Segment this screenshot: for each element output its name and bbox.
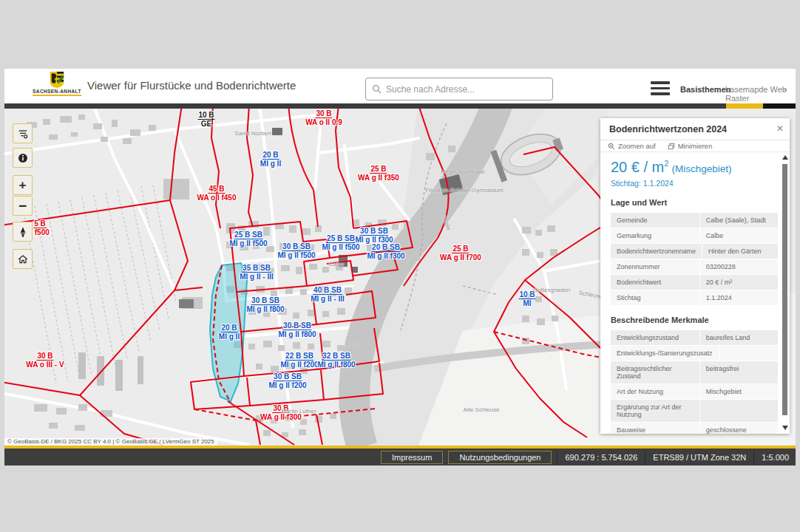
- attribute-name: Entwicklungszustand: [611, 330, 699, 345]
- minimize-action[interactable]: Minimieren: [668, 142, 712, 150]
- table-row: Zonennummer03200228: [611, 259, 778, 274]
- panel-scrollbar[interactable]: [782, 155, 788, 430]
- place-label: Gottesgnaden: [533, 287, 570, 293]
- page-title: Viewer für Flurstücke und Bodenrichtwert…: [87, 79, 296, 92]
- attribute-value: [719, 346, 778, 361]
- zone-label: 30 B SBMI g II f800: [246, 296, 284, 313]
- attribute-value: Hinter den Gärten: [702, 244, 778, 259]
- attribute-name: Bodenrichtwert: [611, 275, 699, 290]
- table-row: Entwicklungs-/Sanierungszusatz: [611, 346, 778, 361]
- attribute-value: beitragsfrei: [700, 361, 778, 383]
- attribute-name: Bauweise: [611, 423, 699, 434]
- attribute-table: GemeindeCalbe (Saale), StadtGemarkungCal…: [611, 213, 778, 305]
- home-button[interactable]: [13, 249, 33, 269]
- attribute-value: 1.1.2024: [700, 290, 778, 305]
- zoom-in-button[interactable]: +: [13, 175, 33, 195]
- zone-label: 35 B SBMI g II - III: [240, 264, 274, 281]
- attribute-name: Stichtag: [611, 290, 699, 305]
- zoom-to-label: Zoomen auf: [618, 142, 656, 150]
- info-button[interactable]: [13, 148, 33, 168]
- panel-title: Bodenrichtwertzonen 2024: [600, 118, 790, 140]
- address-search[interactable]: [365, 78, 553, 100]
- table-row: Entwicklungszustandbaureifes Land: [611, 330, 778, 345]
- compass-button[interactable]: [13, 222, 33, 242]
- zone-label: 22 B SBMI g II f200: [280, 352, 318, 369]
- table-row: Bauweisegeschlossene Bauweise: [611, 423, 778, 434]
- sachsen-anhalt-logo: SACHSEN-ANHALT: [33, 72, 81, 96]
- search-input[interactable]: [386, 84, 546, 95]
- zone-label: 25 B SBMI g II f500: [322, 234, 359, 251]
- attribute-value: Calbe: [700, 228, 778, 243]
- place-label: Hegel-Sporthalle: [441, 168, 485, 175]
- scrollbar-thumb[interactable]: [782, 164, 787, 415]
- zoom-to-icon: [608, 143, 615, 150]
- layers-button[interactable]: [13, 123, 33, 143]
- menu-button[interactable]: [651, 81, 670, 98]
- cursor-coordinates: 690.279 : 5.754.026: [557, 451, 645, 464]
- logo-caption: SACHSEN-ANHALT: [33, 89, 81, 94]
- zone-label: 25 BWA g II f700: [440, 245, 481, 262]
- zone-label: 20 BMI g II: [260, 151, 281, 168]
- table-row: BodenrichtwertzonennameHinter den Gärten: [611, 244, 778, 259]
- logo-underline: [33, 95, 81, 96]
- home-icon: [17, 253, 29, 265]
- terms-button[interactable]: Nutzungsbedingungen: [448, 451, 552, 464]
- zone-label: 30 BWA o III - V: [26, 352, 64, 369]
- table-row: GemeindeCalbe (Saale), Stadt: [611, 213, 778, 228]
- crs-indicator: ETRS89 / UTM Zone 32N: [645, 451, 753, 464]
- zone-label: 5 BI f500: [30, 219, 50, 236]
- attribute-value: 20 € / m²: [700, 275, 778, 290]
- attribute-value: geschlossene Bauweise: [700, 423, 778, 434]
- zone-label: 30 BWA o II 0.9: [305, 109, 342, 126]
- basemap-label: Basisthemen: [680, 85, 730, 94]
- minimize-label: Minimieren: [678, 142, 712, 150]
- chevron-down-icon[interactable]: ⌄: [782, 84, 788, 92]
- zoom-out-button[interactable]: −: [13, 196, 33, 216]
- attribute-name: Beitragsrechtlicher Zustand: [611, 361, 699, 383]
- zone-label: 40 B SBMI g II - III: [311, 286, 345, 303]
- place-label: Sankt Norbert: [234, 130, 271, 137]
- impressum-button[interactable]: Impressum: [381, 451, 443, 464]
- brw-info-panel: Bodenrichtwertzonen 2024 ✕ Zoomen auf Mi…: [600, 118, 790, 434]
- compass-icon: [18, 226, 28, 238]
- attribute-name: Art der Nutzung: [611, 384, 699, 399]
- attribute-name: Gemeinde: [611, 213, 699, 228]
- attribute-value: Calbe (Saale), Stadt: [700, 213, 778, 228]
- place-label: Calbe: [329, 261, 345, 267]
- brand-divider: [4, 103, 796, 109]
- place-label: Alte Schleuse: [464, 406, 500, 413]
- brw-usage: (Mischgebiet): [671, 163, 731, 174]
- panel-body: 20 € / m2(Mischgebiet) Stichtag: 1.1.202…: [600, 153, 782, 434]
- table-row: Stichtag1.1.2024: [611, 290, 778, 305]
- minimize-icon: [668, 143, 675, 150]
- zone-label: 30 B SBMI g II f200: [268, 372, 306, 389]
- search-icon: [372, 84, 382, 94]
- attribute-value: baureifes Land: [700, 330, 778, 345]
- zone-label: 45 BWA o I f450: [197, 185, 237, 202]
- map-attribution: © GeoBasis-DE / BKG 2025 CC BY 4.0 | © G…: [4, 438, 217, 446]
- scroll-up-icon[interactable]: [782, 155, 788, 160]
- zone-label: 20 BMI g II: [219, 324, 240, 341]
- zoom-out-icon: −: [18, 198, 27, 214]
- place-label: Friedrich-Schiller-Gymnasium: [425, 187, 503, 194]
- attribute-name: Entwicklungs-/Sanierungszusatz: [611, 346, 719, 361]
- attribute-name: Bodenrichtwertzonenname: [611, 244, 702, 259]
- zone-label: 20 B SBMI g II f300: [367, 243, 404, 260]
- panel-sections: Lage und WertGemeindeCalbe (Saale), Stad…: [611, 198, 778, 434]
- zone-label: 30 B SBMI g II f800: [278, 321, 316, 338]
- close-icon[interactable]: ✕: [776, 123, 784, 134]
- scroll-down-icon[interactable]: [782, 426, 788, 430]
- footer-bar: Impressum Nutzungsbedingungen 690.279 : …: [4, 449, 796, 466]
- attribute-name: Ergänzung zur Art der Nutzung: [611, 400, 699, 422]
- app-window: SACHSEN-ANHALT Viewer für Flurstücke und…: [4, 69, 796, 466]
- brw-value: 20 € / m2(Mischgebiet): [611, 159, 778, 176]
- table-row: Beitragsrechtlicher Zustandbeitragsfrei: [611, 361, 778, 383]
- zoom-to-action[interactable]: Zoomen auf: [608, 142, 656, 150]
- table-row: Art der NutzungMischgebiet: [611, 384, 778, 399]
- zone-label: 10 BGE: [197, 111, 214, 128]
- attribute-name: Zonennummer: [611, 259, 699, 274]
- attribute-value: 03200228: [700, 259, 778, 274]
- table-row: Ergänzung zur Art der Nutzung: [611, 400, 778, 422]
- place-label: Martin Luther: [281, 408, 316, 415]
- table-row: Bodenrichtwert20 € / m²: [611, 275, 778, 290]
